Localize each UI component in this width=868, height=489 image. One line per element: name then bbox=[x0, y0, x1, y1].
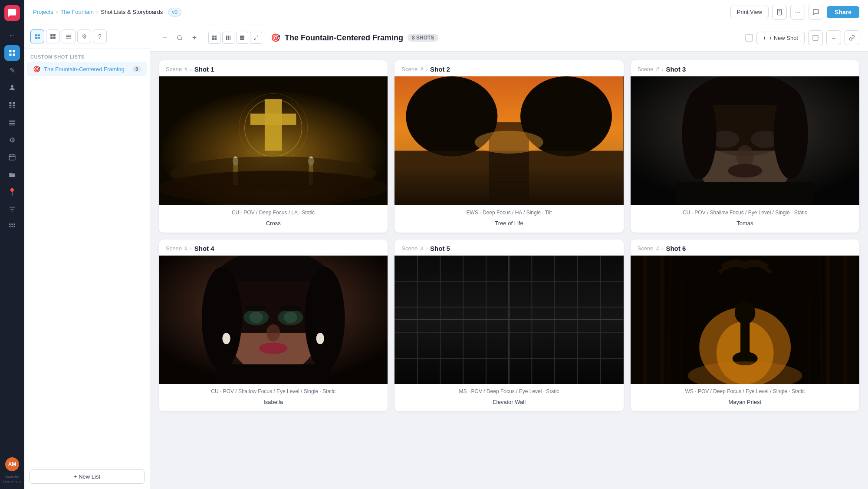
shots-grid: Scene # › Shot 1 bbox=[150, 52, 868, 420]
zoom-out-button[interactable]: − bbox=[159, 32, 171, 44]
svg-rect-60 bbox=[250, 114, 296, 125]
view-storyboard-btn[interactable] bbox=[30, 30, 44, 43]
shot-image-3 bbox=[159, 256, 388, 384]
current-page: Shot Lists & Storyboards bbox=[101, 9, 163, 15]
svg-point-136 bbox=[735, 301, 755, 324]
main-panel: − + bbox=[150, 24, 868, 489]
board-nav[interactable] bbox=[4, 97, 20, 113]
shot-subject-4: Elevator Wall bbox=[395, 397, 623, 411]
shot-meta-5: WS · POV / Deep Focus / Eye Level / Sing… bbox=[631, 384, 859, 397]
svg-rect-51 bbox=[230, 36, 230, 40]
version-badge[interactable]: v0 bbox=[168, 8, 181, 16]
header-view-grid-btn[interactable] bbox=[208, 32, 220, 44]
shot-header-5: Scene # › Shot 6 bbox=[631, 240, 859, 256]
view-settings-btn[interactable]: ⚙ bbox=[77, 30, 91, 43]
calendar-nav[interactable] bbox=[4, 149, 20, 165]
svg-point-4 bbox=[11, 85, 13, 88]
shot-card-3[interactable]: Scene # › Shot 4 bbox=[159, 240, 388, 412]
sep2: › bbox=[96, 9, 98, 15]
scene-label-5: Scene bbox=[638, 245, 654, 252]
svg-point-96 bbox=[305, 267, 345, 370]
header-view-rows-btn[interactable] bbox=[236, 32, 248, 44]
view-grid-btn[interactable] bbox=[46, 30, 60, 43]
new-shot-button[interactable]: + + New Shot bbox=[756, 32, 805, 44]
shot-header-2: Scene # › Shot 3 bbox=[631, 60, 859, 76]
scene-label-4: Scene bbox=[401, 245, 418, 252]
shot-card-5[interactable]: Scene # › Shot 6 bbox=[631, 240, 859, 412]
svg-point-103 bbox=[266, 324, 280, 341]
back-nav[interactable]: ← bbox=[4, 28, 20, 43]
minus-view-button[interactable]: − bbox=[826, 30, 841, 45]
svg-rect-38 bbox=[50, 37, 53, 39]
svg-line-56 bbox=[254, 38, 256, 40]
user-avatar[interactable]: AM bbox=[5, 457, 19, 471]
zoom-fit-button[interactable] bbox=[174, 32, 186, 44]
grid2-nav[interactable] bbox=[4, 219, 20, 234]
hash-5: # bbox=[656, 245, 659, 252]
svg-point-98 bbox=[249, 312, 263, 323]
shot-card-2[interactable]: Scene # › Shot 3 bbox=[631, 60, 859, 233]
select-all-checkbox[interactable] bbox=[745, 34, 753, 42]
user-nav[interactable] bbox=[4, 80, 20, 95]
shot-card-0[interactable]: Scene # › Shot 1 bbox=[159, 60, 388, 233]
arrow-5: › bbox=[662, 246, 664, 251]
comments-button[interactable] bbox=[809, 5, 823, 20]
storyboard-nav[interactable] bbox=[4, 45, 20, 61]
more-options-button[interactable]: ··· bbox=[790, 5, 805, 20]
shot-name-5: Shot 6 bbox=[666, 245, 686, 252]
print-view-button[interactable]: Print View bbox=[730, 6, 769, 18]
share-button[interactable]: Share bbox=[827, 6, 859, 18]
shot-card-1[interactable]: Scene # › Shot 2 bbox=[395, 60, 623, 233]
export-icon-button[interactable] bbox=[772, 5, 787, 20]
svg-rect-40 bbox=[66, 35, 71, 36]
new-list-button[interactable]: + New List bbox=[30, 469, 145, 484]
shot-image-1 bbox=[395, 76, 623, 205]
svg-rect-59 bbox=[265, 99, 282, 151]
svg-rect-57 bbox=[813, 35, 818, 40]
hash-4: # bbox=[420, 245, 423, 252]
folder-nav[interactable] bbox=[4, 167, 20, 182]
hash-1: # bbox=[420, 66, 423, 72]
header-view-expand-btn[interactable] bbox=[250, 32, 262, 44]
shot-header-0: Scene # › Shot 1 bbox=[159, 60, 388, 76]
svg-rect-52 bbox=[240, 36, 244, 37]
shot-meta-1: EWS · Deep Focus / HA / Single · Tilt bbox=[395, 205, 623, 218]
settings-nav[interactable]: ⚙ bbox=[4, 132, 20, 148]
header-view-cols-btn[interactable] bbox=[222, 32, 234, 44]
svg-line-134 bbox=[808, 256, 809, 384]
svg-point-100 bbox=[283, 312, 297, 323]
svg-rect-10 bbox=[13, 107, 15, 108]
svg-rect-3 bbox=[13, 54, 15, 56]
projects-link[interactable]: Projects bbox=[33, 9, 53, 15]
arrow-2: › bbox=[662, 67, 664, 72]
shot-meta-3: CU · POV / Shallow Focus / Eye Level / S… bbox=[159, 384, 388, 397]
shot-meta-0: CU · POV / Deep Focus / LA · Static bbox=[159, 205, 388, 218]
svg-point-43 bbox=[178, 36, 181, 39]
shot-image-4 bbox=[395, 256, 623, 384]
filter-nav[interactable] bbox=[4, 201, 20, 217]
shot-name-2: Shot 3 bbox=[666, 66, 686, 73]
scene-label-0: Scene bbox=[166, 66, 182, 72]
shot-list-item-0[interactable]: 🎯 The Fountain-Centered Framing 8 bbox=[27, 62, 147, 76]
made-by-label: Made By Leanometry bbox=[0, 475, 24, 484]
app-logo[interactable] bbox=[4, 5, 20, 21]
project-link[interactable]: The Fountain bbox=[60, 9, 94, 15]
edit-nav[interactable]: ✎ bbox=[4, 62, 20, 78]
svg-rect-25 bbox=[9, 226, 10, 227]
view-help-btn[interactable]: ? bbox=[93, 30, 107, 43]
shotlist-nav[interactable] bbox=[4, 115, 20, 130]
arrow-3: › bbox=[190, 246, 192, 251]
svg-point-101 bbox=[245, 305, 268, 311]
svg-rect-73 bbox=[395, 151, 623, 205]
location-nav[interactable]: 📍 bbox=[4, 184, 20, 200]
svg-rect-42 bbox=[66, 38, 71, 39]
link-button[interactable] bbox=[845, 30, 859, 45]
zoom-in-button[interactable]: + bbox=[188, 32, 201, 44]
frame-view-button[interactable] bbox=[808, 30, 823, 45]
shot-card-4[interactable]: Scene # › Shot 5 bbox=[395, 240, 623, 412]
svg-rect-54 bbox=[240, 39, 244, 40]
shot-image-2 bbox=[631, 76, 859, 205]
view-list-btn[interactable] bbox=[62, 30, 76, 43]
shot-name-3: Shot 4 bbox=[194, 245, 214, 252]
sidebar-icons: ← ✎ ⚙ 📍 AM Made By Leanometry bbox=[0, 0, 24, 489]
